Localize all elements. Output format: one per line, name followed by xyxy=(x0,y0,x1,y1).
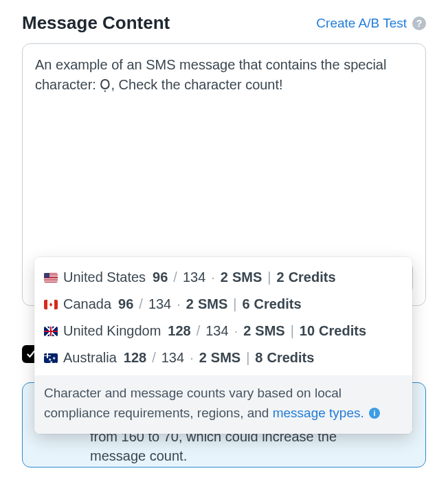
chars-max: 134 xyxy=(161,350,184,366)
separator: / xyxy=(139,296,143,312)
separator: / xyxy=(152,350,156,366)
separator: / xyxy=(173,270,177,285)
country-cell: ♦Canada xyxy=(44,296,111,312)
flag-au-icon xyxy=(44,353,58,363)
separator: | xyxy=(233,296,236,312)
chars-count: 128 xyxy=(124,350,146,366)
sms-count: 2 xyxy=(243,323,251,339)
country-name: United Kingdom xyxy=(63,323,161,339)
credits-label: Credits xyxy=(319,323,366,339)
sms-label: SMS xyxy=(232,270,262,285)
flag-ca-icon: ♦ xyxy=(44,300,58,309)
credits-count: 6 xyxy=(242,296,249,312)
separator: · xyxy=(211,270,215,285)
chars-max: 134 xyxy=(205,323,228,339)
credits-label: Credits xyxy=(289,270,336,285)
sms-count: 2 xyxy=(186,296,194,312)
message-textarea[interactable]: An example of an SMS message that contai… xyxy=(35,55,413,256)
chars-max: 134 xyxy=(183,270,205,285)
separator: · xyxy=(190,350,194,366)
country-cell: United Kingdom xyxy=(44,323,161,339)
ab-test-group: Create A/B Test ? xyxy=(316,16,426,31)
country-row[interactable]: United States96/134·2SMS|2Credits xyxy=(34,264,412,291)
credits-label: Credits xyxy=(267,350,314,366)
credits-count: 10 xyxy=(300,323,315,339)
sms-count: 2 xyxy=(199,350,207,366)
page-title: Message Content xyxy=(22,12,170,34)
country-name: Australia xyxy=(63,350,117,366)
info-icon[interactable]: i xyxy=(369,408,380,419)
chars-max: 134 xyxy=(148,296,171,312)
country-row[interactable]: United Kingdom128/134·2SMS|10Credits xyxy=(34,318,412,344)
separator: | xyxy=(291,323,294,339)
separator: / xyxy=(197,323,201,339)
country-name: United States xyxy=(63,270,146,285)
separator: · xyxy=(177,296,181,312)
country-row[interactable]: ♦Canada96/134·2SMS|6Credits xyxy=(34,291,412,318)
credits-count: 2 xyxy=(277,270,284,285)
separator: · xyxy=(234,323,238,339)
sms-label: SMS xyxy=(211,350,240,366)
credits-label: Credits xyxy=(254,296,302,312)
credits-count: 8 xyxy=(255,350,262,366)
create-ab-test-link[interactable]: Create A/B Test xyxy=(316,16,407,31)
flag-gb-icon xyxy=(44,327,58,336)
country-name: Canada xyxy=(63,296,111,312)
country-breakdown-dropdown: United States96/134·2SMS|2Credits♦Canada… xyxy=(34,257,412,434)
country-cell: United States xyxy=(44,270,146,285)
country-row[interactable]: Australia128/134·2SMS|8Credits xyxy=(34,344,412,371)
country-cell: Australia xyxy=(44,350,117,366)
chars-count: 128 xyxy=(168,323,190,339)
flag-us-icon xyxy=(44,273,58,283)
chars-count: 96 xyxy=(153,270,168,285)
sms-count: 2 xyxy=(221,270,228,285)
header: Message Content Create A/B Test ? xyxy=(22,12,426,34)
separator: | xyxy=(267,270,271,285)
sms-label: SMS xyxy=(255,323,284,339)
separator: | xyxy=(246,350,249,366)
sms-label: SMS xyxy=(198,296,227,312)
dropdown-footer: Character and message counts vary based … xyxy=(34,375,412,434)
info-line-2: message count. xyxy=(35,446,413,465)
chars-count: 96 xyxy=(118,296,133,312)
message-types-link[interactable]: message types. xyxy=(273,406,364,420)
help-icon[interactable]: ? xyxy=(412,16,426,30)
